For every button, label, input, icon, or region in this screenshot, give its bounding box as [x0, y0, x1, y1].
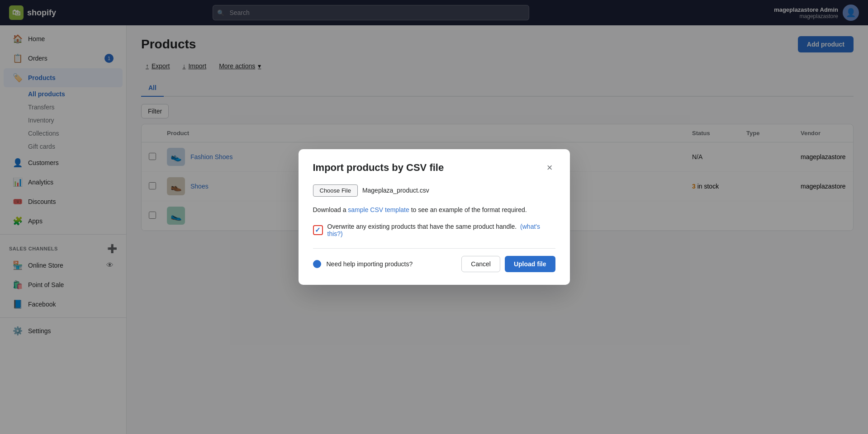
upload-file-button[interactable]: Upload file	[505, 256, 555, 272]
modal-divider	[313, 248, 555, 249]
import-modal: Import products by CSV file × Choose Fil…	[299, 149, 570, 285]
help-text: Need help importing products?	[327, 260, 456, 268]
csv-info-text: Download a sample CSV template to see an…	[313, 205, 555, 215]
choose-file-button[interactable]: Choose File	[313, 184, 358, 197]
help-dot-icon	[313, 260, 321, 268]
modal-overlay[interactable]: Import products by CSV file × Choose Fil…	[0, 0, 868, 434]
overwrite-checkbox[interactable]: ✓	[313, 225, 323, 235]
modal-footer: Need help importing products? Cancel Upl…	[313, 256, 555, 272]
modal-body: Choose File Mageplaza_product.csv Downlo…	[313, 184, 555, 237]
csv-template-link[interactable]: sample CSV template	[348, 206, 409, 213]
modal-title: Import products by CSV file	[313, 162, 444, 174]
overwrite-row: ✓ Overwrite any existing products that h…	[313, 223, 555, 237]
footer-actions: Cancel Upload file	[461, 256, 555, 272]
modal-header: Import products by CSV file ×	[313, 162, 555, 174]
modal-close-button[interactable]: ×	[544, 162, 555, 174]
file-input-row: Choose File Mageplaza_product.csv	[313, 184, 555, 197]
file-name-display: Mageplaza_product.csv	[362, 187, 429, 194]
checkmark-icon: ✓	[315, 226, 321, 234]
cancel-button[interactable]: Cancel	[461, 256, 500, 272]
